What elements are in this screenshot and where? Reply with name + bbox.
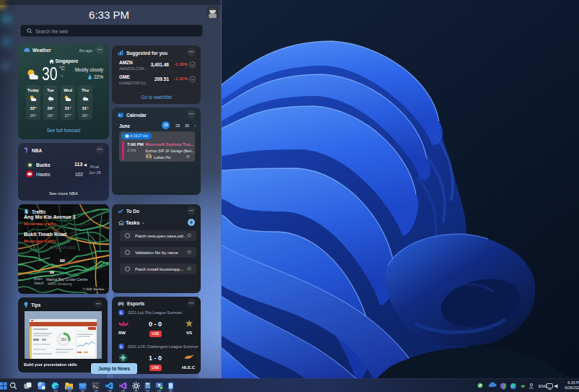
- svg-text:ENG: ENG: [539, 384, 547, 388]
- svg-text:150: 150: [61, 337, 67, 341]
